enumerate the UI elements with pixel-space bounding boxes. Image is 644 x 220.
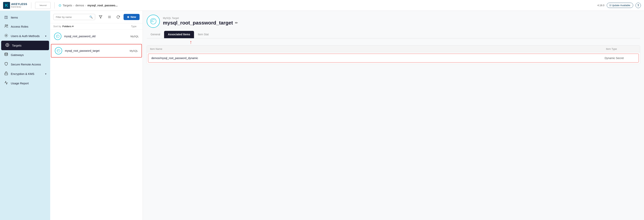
detail-icon-circle <box>147 15 160 28</box>
detail-title: mysql_root_password_target ✏ <box>163 20 238 26</box>
new-button[interactable]: ⊕ New <box>124 14 140 20</box>
encryption-kms-chevron-icon: ▾ <box>45 72 46 75</box>
breadcrumb-sep1: › <box>73 4 74 7</box>
sort-chevron-icon: ▾ <box>72 25 74 28</box>
list-view-button[interactable] <box>106 14 113 20</box>
info-icon: ℹ <box>610 4 610 7</box>
sidebar-item-secure-remote[interactable]: Secure Remote Access <box>0 60 50 69</box>
sidebar-item-usage-report-label: Usage Report <box>11 82 29 85</box>
akeyless-logo: K AKEYLESS Gateway <box>3 2 27 9</box>
svg-point-18 <box>58 50 59 51</box>
sort-by-label: Sort by <box>53 25 61 28</box>
search-icon: 🔍 <box>90 16 93 18</box>
sidebar-item-gateways[interactable]: Gateways <box>0 50 50 60</box>
sidebar-item-items[interactable]: ⚿ Items <box>0 13 50 22</box>
tab-general[interactable]: General <box>147 31 164 38</box>
users-auth-icon <box>4 34 8 38</box>
svg-point-0 <box>5 25 6 26</box>
new-icon: ⊕ <box>127 16 129 18</box>
header-divider2 <box>54 2 55 8</box>
detail-panel: MySQL Target mysql_root_password_target … <box>143 11 644 220</box>
sidebar-item-usage-report[interactable]: Usage Report <box>0 78 50 88</box>
version-label: 4.18.0 <box>598 4 604 7</box>
brand-name: AKEYLESS <box>11 3 27 6</box>
breadcrumb: ⊙ Targets › demos › mysql_root_passwo... <box>58 3 118 8</box>
encryption-kms-icon <box>4 72 8 76</box>
assoc-row-type: Dynamic Secret <box>604 56 636 60</box>
gateways-icon <box>4 52 8 57</box>
list-item-selected[interactable]: mysql_root_password_target MySQL <box>51 44 142 58</box>
list-toolbar: 🔍 ⊕ New <box>50 11 143 23</box>
list-items: mysql_root_password_old MySQL mysql_root… <box>50 30 143 220</box>
item-name: mysql_root_password_old <box>64 35 96 38</box>
main-layout: ⚿ Items Access Roles Users & Auth Method… <box>0 11 644 220</box>
sidebar-item-gateways-label: Gateways <box>11 53 24 56</box>
top-header: K AKEYLESS Gateway TekonAid ⊙ Targets › … <box>0 0 644 11</box>
users-auth-chevron-icon: ▾ <box>45 35 46 38</box>
access-roles-icon <box>4 24 8 29</box>
sidebar-item-users-auth[interactable]: Users & Auth Methods ▾ <box>0 31 50 41</box>
associated-items-table: Item Name Item Type demos/mysql_root_pas… <box>147 45 640 64</box>
sidebar-item-access-roles-label: Access Roles <box>11 25 28 28</box>
usage-report-icon <box>4 81 8 86</box>
svg-point-20 <box>153 21 154 22</box>
item-icon-circle <box>54 32 62 40</box>
detail-header: MySQL Target mysql_root_password_target … <box>147 15 640 28</box>
sidebar-item-targets[interactable]: Targets ← <box>1 41 49 50</box>
refresh-button[interactable] <box>115 14 122 20</box>
assoc-table-row[interactable]: demos/mysql_root_password_dynamic Dynami… <box>148 54 639 62</box>
sidebar-item-items-label: Items <box>11 16 18 19</box>
svg-point-1 <box>7 25 8 26</box>
targets-arrow-indicator: ← <box>50 42 50 48</box>
help-button[interactable]: ? <box>636 3 641 8</box>
sort-dropdown[interactable]: Folders ▾ <box>62 25 74 28</box>
svg-marker-11 <box>99 16 102 18</box>
filter-button[interactable] <box>97 14 104 20</box>
breadcrumb-icon: ⊙ <box>58 3 62 8</box>
update-available-button[interactable]: ℹ Update Available <box>607 3 633 8</box>
sidebar-item-targets-label: Targets <box>12 44 22 47</box>
sidebar-item-encryption-kms-label: Encryption & KMS <box>11 72 34 76</box>
assoc-row-name: demos/mysql_root_password_dynamic <box>151 56 604 60</box>
sidebar-item-secure-remote-label: Secure Remote Access <box>11 63 41 66</box>
selected-item-type: MySQL <box>130 50 138 52</box>
partner-logo: TekonAid <box>35 2 50 9</box>
detail-title-text: mysql_root_password_target <box>163 20 233 26</box>
item-icon-circle-selected <box>55 47 62 54</box>
brand-sub: Gateway <box>11 6 27 8</box>
svg-point-4 <box>7 44 8 46</box>
sidebar: ⚿ Items Access Roles Users & Auth Method… <box>0 11 50 220</box>
breadcrumb-demos[interactable]: demos <box>76 4 84 7</box>
detail-tabs: General Associated Items ↑ Item Stat <box>147 31 640 38</box>
item-type: MySQL <box>130 35 139 38</box>
logo-text: AKEYLESS Gateway <box>11 3 27 8</box>
list-item[interactable]: mysql_root_password_old MySQL <box>50 30 143 43</box>
sort-value: Folders <box>62 25 72 28</box>
sidebar-item-access-roles[interactable]: Access Roles <box>0 22 50 31</box>
svg-point-9 <box>5 53 8 54</box>
items-icon: ⚿ <box>4 16 8 20</box>
svg-point-2 <box>6 35 7 36</box>
content-area: 🔍 ⊕ New Sort by Folders <box>50 11 644 220</box>
tab-associated-items[interactable]: Associated Items ↑ <box>164 31 194 38</box>
sidebar-item-users-auth-label: Users & Auth Methods <box>11 34 40 38</box>
edit-icon[interactable]: ✏ <box>235 21 238 25</box>
header-right: 4.18.0 ℹ Update Available ? <box>598 3 641 8</box>
svg-rect-10 <box>5 73 8 75</box>
detail-subtitle: MySQL Target <box>163 16 238 20</box>
breadcrumb-targets[interactable]: Targets <box>62 4 72 7</box>
secure-remote-icon <box>4 62 8 67</box>
new-btn-label: New <box>130 16 136 18</box>
sort-bar: Sort by Folders ▾ Type <box>50 23 143 30</box>
assoc-table-header: Item Name Item Type <box>147 46 640 52</box>
search-input[interactable] <box>56 16 88 18</box>
breadcrumb-current: mysql_root_passwo... <box>88 4 118 7</box>
tab-item-stat[interactable]: Item Stat <box>194 31 212 38</box>
logo-k-icon: K <box>3 2 10 9</box>
sidebar-item-encryption-kms[interactable]: Encryption & KMS ▾ <box>0 69 50 78</box>
type-col-header: Type <box>131 25 136 28</box>
selected-item-name: mysql_root_password_target <box>65 49 100 52</box>
search-box[interactable]: 🔍 <box>53 14 95 20</box>
breadcrumb-sep2: › <box>85 4 86 7</box>
svg-point-16 <box>58 36 58 37</box>
